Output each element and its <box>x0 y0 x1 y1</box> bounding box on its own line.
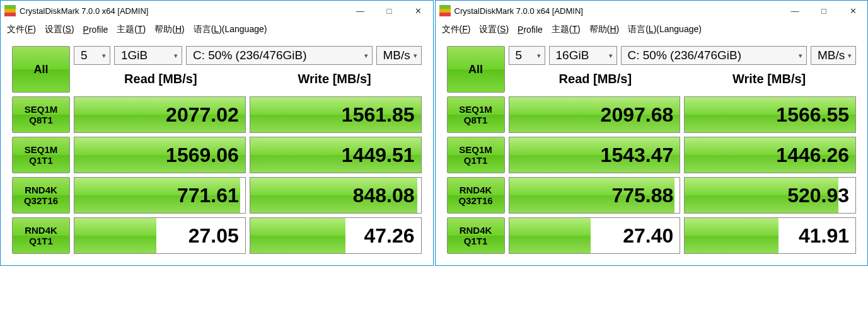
drive-select-value: C: 50% (236/476GiB) <box>193 49 307 62</box>
test-button[interactable]: SEQ1MQ8T1 <box>447 96 505 133</box>
menu-item[interactable]: 设置(S) <box>479 24 509 35</box>
maximize-button[interactable]: □ <box>375 1 404 21</box>
chevron-down-icon: ▾ <box>799 52 802 60</box>
chevron-down-icon: ▾ <box>537 52 541 60</box>
write-value: 1566.55 <box>776 103 849 127</box>
test-button[interactable]: RND4KQ1T1 <box>12 217 70 254</box>
chevron-down-icon: ▾ <box>174 52 178 60</box>
menu-item[interactable]: 主题(T) <box>117 24 146 35</box>
write-value-cell: 1566.55 <box>684 96 856 133</box>
maximize-button[interactable]: □ <box>809 1 838 21</box>
read-value: 2097.68 <box>601 103 674 127</box>
write-value: 1561.85 <box>342 103 415 127</box>
minimize-button[interactable]: — <box>780 1 809 21</box>
controls-right: 5▾1GiB▾C: 50% (236/476GiB)▾MB/s▾Read [MB… <box>74 46 422 93</box>
menu-item[interactable]: 文件(F) <box>7 24 36 35</box>
result-row: SEQ1MQ1T11569.061449.51 <box>12 137 422 173</box>
app-window: CrystalDiskMark 7.0.0 x64 [ADMIN]—□✕文件(F… <box>0 0 434 266</box>
test-label-line1: RND4K <box>460 185 492 195</box>
write-value: 848.08 <box>353 184 415 207</box>
header-row: Read [MB/s]Write [MB/s] <box>74 70 422 88</box>
read-value: 1543.47 <box>601 144 674 167</box>
result-row: SEQ1MQ8T12077.021561.85 <box>12 96 422 133</box>
controls-row: All5▾16GiB▾C: 50% (236/476GiB)▾MB/s▾Read… <box>447 46 857 93</box>
write-value-cell: 47.26 <box>250 217 422 254</box>
unit-select[interactable]: MB/s▾ <box>376 46 422 65</box>
header-read: Read [MB/s] <box>509 72 683 86</box>
chevron-down-icon: ▾ <box>364 52 368 60</box>
test-count-select[interactable]: 5▾ <box>74 46 110 65</box>
test-button[interactable]: RND4KQ32T16 <box>12 177 70 214</box>
write-value: 47.26 <box>364 224 414 248</box>
read-value-cell: 1543.47 <box>509 137 681 173</box>
test-button[interactable]: SEQ1MQ1T1 <box>447 137 505 173</box>
close-button[interactable]: ✕ <box>838 1 867 21</box>
result-row: RND4KQ32T16771.61848.08 <box>12 177 422 214</box>
chevron-down-icon: ▾ <box>102 52 106 60</box>
test-label-line1: RND4K <box>25 225 57 236</box>
drive-select-value: C: 50% (236/476GiB) <box>628 49 742 62</box>
read-value-cell: 27.40 <box>509 217 681 254</box>
test-label-line1: SEQ1M <box>25 104 58 115</box>
menu-item[interactable]: 帮助(H) <box>589 24 619 35</box>
selects-row: 5▾16GiB▾C: 50% (236/476GiB)▾MB/s▾ <box>509 46 857 65</box>
test-label-line1: SEQ1M <box>459 104 492 115</box>
menu-item[interactable]: 设置(S) <box>45 24 74 35</box>
header-write: Write [MB/s] <box>248 72 422 86</box>
result-row: SEQ1MQ8T12097.681566.55 <box>447 96 857 133</box>
drive-select[interactable]: C: 50% (236/476GiB)▾ <box>621 46 807 65</box>
write-value-cell: 520.93 <box>684 177 856 214</box>
drive-select[interactable]: C: 50% (236/476GiB)▾ <box>186 46 373 65</box>
read-value: 771.61 <box>177 184 239 207</box>
run-all-button[interactable]: All <box>447 46 505 93</box>
menu-item[interactable]: 语言(L)(Language) <box>628 24 702 35</box>
window-title: CrystalDiskMark 7.0.0 x64 [ADMIN] <box>454 6 781 16</box>
content-area: All5▾1GiB▾C: 50% (236/476GiB)▾MB/s▾Read … <box>1 38 433 265</box>
menu-item[interactable]: 帮助(H) <box>154 24 184 35</box>
test-size-select[interactable]: 1GiB▾ <box>114 46 182 65</box>
test-button[interactable]: SEQ1MQ1T1 <box>12 137 70 173</box>
read-value: 27.40 <box>623 224 673 248</box>
write-value-cell: 1561.85 <box>250 96 422 133</box>
menu-item[interactable]: Profile <box>518 25 543 35</box>
test-count-select[interactable]: 5▾ <box>509 46 545 65</box>
menu-item[interactable]: 主题(T) <box>552 24 581 35</box>
menu-item[interactable]: 语言(L)(Language) <box>194 24 267 35</box>
close-button[interactable]: ✕ <box>404 1 433 21</box>
test-label-line1: SEQ1M <box>459 144 492 155</box>
result-row: RND4KQ1T127.0547.26 <box>12 217 422 254</box>
result-row: RND4KQ1T127.4041.91 <box>447 217 857 254</box>
read-value-cell: 775.88 <box>509 177 681 214</box>
test-size-select-value: 16GiB <box>556 49 589 62</box>
app-icon <box>4 5 16 16</box>
read-value-cell: 1569.06 <box>74 137 246 173</box>
controls-row: All5▾1GiB▾C: 50% (236/476GiB)▾MB/s▾Read … <box>12 46 422 93</box>
header-write: Write [MB/s] <box>682 72 856 86</box>
read-value-cell: 2097.68 <box>509 96 681 133</box>
unit-select-value: MB/s <box>383 49 410 62</box>
test-label-line2: Q32T16 <box>458 195 492 206</box>
fill-bar <box>509 218 591 253</box>
read-value: 27.05 <box>188 224 239 248</box>
menu-item[interactable]: Profile <box>83 25 108 35</box>
test-label-line2: Q8T1 <box>29 115 53 125</box>
test-button[interactable]: SEQ1MQ8T1 <box>12 96 70 133</box>
minimize-button[interactable]: — <box>346 1 375 21</box>
test-size-select[interactable]: 16GiB▾ <box>549 46 617 65</box>
fill-bar <box>74 218 156 253</box>
unit-select[interactable]: MB/s▾ <box>811 46 856 65</box>
fill-bar <box>250 218 346 253</box>
write-value-cell: 1449.51 <box>250 137 422 173</box>
test-label-line2: Q1T1 <box>464 236 488 246</box>
app-window: CrystalDiskMark 7.0.0 x64 [ADMIN]—□✕文件(F… <box>435 0 869 266</box>
menu-item[interactable]: 文件(F) <box>442 24 471 35</box>
test-button[interactable]: RND4KQ1T1 <box>447 217 505 254</box>
titlebar: CrystalDiskMark 7.0.0 x64 [ADMIN]—□✕ <box>1 1 433 21</box>
test-button[interactable]: RND4KQ32T16 <box>447 177 505 214</box>
run-all-button[interactable]: All <box>12 46 70 93</box>
result-row: SEQ1MQ1T11543.471446.26 <box>447 137 857 173</box>
controls-right: 5▾16GiB▾C: 50% (236/476GiB)▾MB/s▾Read [M… <box>509 46 857 93</box>
test-label-line1: RND4K <box>25 185 57 195</box>
write-value: 520.93 <box>787 184 849 207</box>
chevron-down-icon: ▾ <box>414 52 417 60</box>
